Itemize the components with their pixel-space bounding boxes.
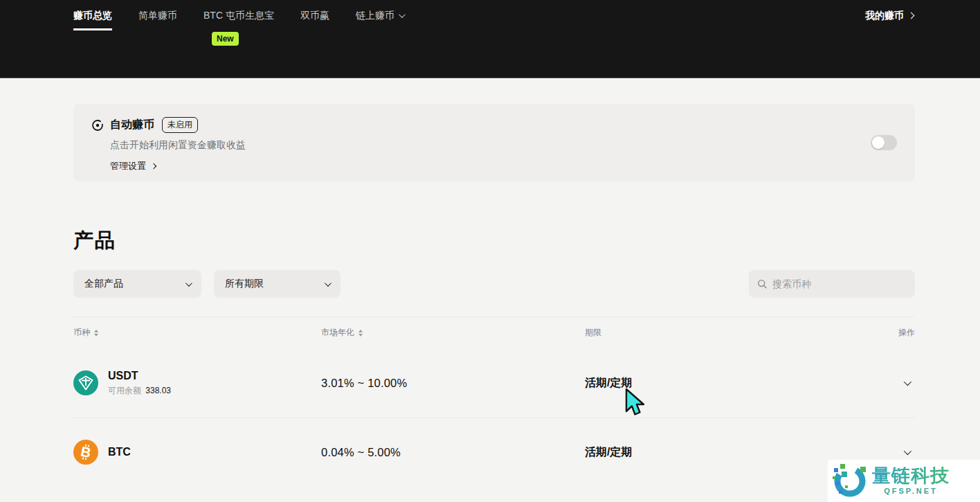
header-coin[interactable]: 币种 <box>73 327 321 339</box>
chevron-right-icon <box>908 12 915 19</box>
chevron-right-icon <box>151 163 156 169</box>
tab-earn-overview[interactable]: 赚币总览 <box>73 0 112 31</box>
auto-earn-toggle[interactable] <box>871 135 897 150</box>
product-type-value: 全部产品 <box>84 278 123 290</box>
market-apy-value: 0.04% ~ 5.00% <box>321 446 585 459</box>
header-action: 操作 <box>848 327 915 339</box>
toggle-knob <box>872 136 884 149</box>
products-table: 币种 市场年化 期限 操作 USDT 可用余额 <box>73 316 915 487</box>
table-header-row: 币种 市场年化 期限 操作 <box>73 317 915 348</box>
header-term: 期限 <box>585 327 848 339</box>
watermark-site-url: QFSP.NET <box>884 487 938 495</box>
tab-dual-investment[interactable]: 双币赢 <box>300 0 329 31</box>
market-apy-value: 3.01% ~ 10.00% <box>321 377 585 390</box>
coin-search <box>749 270 915 298</box>
sort-icon <box>94 330 98 337</box>
expand-row-button[interactable] <box>848 380 915 386</box>
sort-icon <box>359 330 363 337</box>
btc-icon: B <box>73 440 98 465</box>
my-earn-link[interactable]: 我的赚币 <box>865 0 914 31</box>
coin-name: BTC <box>108 446 131 458</box>
tab-simple-earn[interactable]: 简单赚币 <box>138 0 177 31</box>
new-badge: New <box>212 32 239 46</box>
top-navbar: 赚币总览 简单赚币 BTC 屯币生息宝 双币赢 链上赚币 New 我的赚币 <box>0 0 980 78</box>
term-select[interactable]: 所有期限 <box>214 270 341 298</box>
auto-earn-title: 自动赚币 <box>110 118 154 132</box>
tab-label: 链上赚币 <box>356 10 394 22</box>
auto-earn-icon <box>91 119 104 132</box>
coin-name: USDT <box>108 370 171 382</box>
table-row-usdt[interactable]: USDT 可用余额 338.03 3.01% ~ 10.00% 活期/定期 <box>73 348 915 418</box>
search-icon <box>757 278 767 289</box>
chevron-down-icon <box>185 280 192 287</box>
tab-label: 双币赢 <box>300 10 329 22</box>
products-section-title: 产品 <box>73 227 116 255</box>
chevron-down-icon <box>399 11 406 18</box>
tab-onchain-earn[interactable]: 链上赚币 <box>356 0 403 31</box>
term-value: 活期/定期 <box>585 445 848 460</box>
coin-balance: 可用余额 338.03 <box>108 385 171 397</box>
product-type-select[interactable]: 全部产品 <box>73 270 201 298</box>
watermark-brand-icon <box>832 463 868 500</box>
my-earn-label: 我的赚币 <box>865 10 904 22</box>
header-market-apy[interactable]: 市场年化 <box>321 327 585 339</box>
manage-settings-link[interactable]: 管理设置 <box>110 160 156 172</box>
chevron-down-icon <box>325 280 332 287</box>
earn-nav-tabs: 赚币总览 简单赚币 BTC 屯币生息宝 双币赢 链上赚币 <box>73 0 403 31</box>
tab-label: 赚币总览 <box>73 10 112 22</box>
table-row-btc[interactable]: B BTC 0.04% ~ 5.00% 活期/定期 <box>73 418 915 487</box>
term-value: 所有期限 <box>225 278 264 290</box>
auto-earn-card: 自动赚币 未启用 点击开始利用闲置资金赚取收益 管理设置 <box>73 104 915 181</box>
tab-btc-hodl-earn[interactable]: BTC 屯币生息宝 <box>203 0 274 31</box>
watermark-brand-name: 量链科技 <box>872 467 950 485</box>
auto-earn-description: 点击开始利用闲置资金赚取收益 <box>110 139 897 152</box>
manage-settings-label: 管理设置 <box>110 160 146 172</box>
usdt-icon <box>73 370 98 395</box>
watermark-logo: 量链科技 QFSP.NET <box>828 460 980 502</box>
term-value: 活期/定期 <box>585 376 848 391</box>
product-filters: 全部产品 所有期限 <box>73 270 341 298</box>
tab-label: BTC 屯币生息宝 <box>203 10 274 22</box>
status-badge: 未启用 <box>162 117 198 133</box>
chevron-down-icon <box>904 378 911 386</box>
expand-row-button[interactable] <box>848 449 915 455</box>
tab-label: 简单赚币 <box>138 10 177 22</box>
chevron-down-icon <box>904 447 911 455</box>
search-input[interactable] <box>772 278 907 289</box>
